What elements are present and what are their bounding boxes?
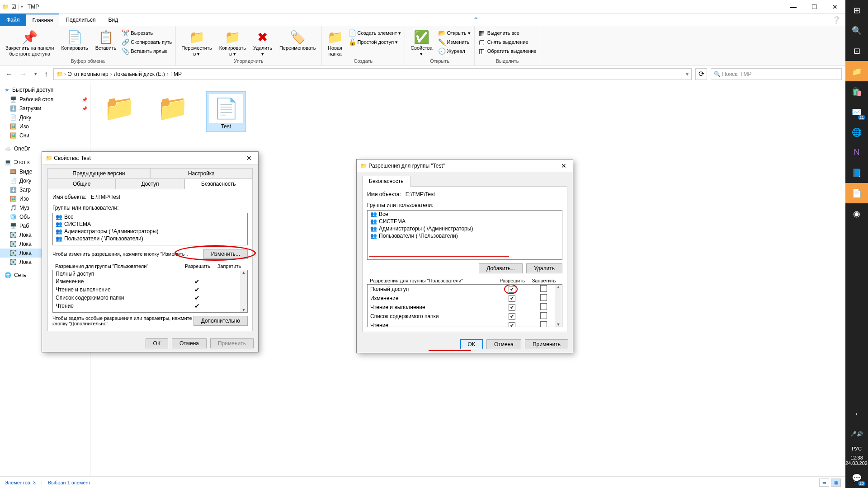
tray-expand-icon[interactable]: ‹: [845, 404, 868, 424]
ok-button[interactable]: ОК: [460, 339, 483, 349]
folder-item-2[interactable]: 📁: [153, 91, 193, 131]
ok-button[interactable]: ОК: [146, 338, 168, 348]
taskbar-edge[interactable]: 🌐: [845, 122, 868, 142]
apply-button[interactable]: Применить: [210, 338, 254, 348]
tab-security[interactable]: Безопасность: [362, 176, 410, 187]
groups-list[interactable]: 👥Все 👥СИСТЕМА 👥Администраторы ( \Админис…: [52, 213, 248, 245]
qat-drop[interactable]: ▾: [21, 4, 23, 9]
apply-button[interactable]: Применить: [525, 339, 568, 349]
ribbon-collapse-icon[interactable]: ⌃: [473, 14, 479, 26]
deny-checkbox[interactable]: [540, 321, 547, 327]
taskbar-steam[interactable]: ◉: [845, 203, 868, 224]
tab-sharing[interactable]: Доступ: [116, 178, 184, 189]
allow-checkbox[interactable]: ✔: [509, 304, 515, 311]
add-button[interactable]: Добавить...: [479, 263, 523, 273]
breadcrumb-bar[interactable]: 📁 › Этот компьютер› Локальный диск (E:)›…: [53, 68, 692, 80]
view-icons[interactable]: ▦: [831, 479, 841, 487]
properties-button[interactable]: ✅Свойства ▾: [409, 29, 434, 58]
deny-checkbox[interactable]: [540, 294, 547, 301]
tray-icons[interactable]: 🎤🔊: [845, 424, 868, 444]
folder-item-1[interactable]: 📁: [99, 91, 139, 131]
sidebar-item-downloads[interactable]: ⬇️Загрузки📌: [0, 104, 90, 113]
taskbar-doc[interactable]: 📄: [845, 183, 868, 203]
search-input[interactable]: 🔍 Поиск: TMP: [711, 68, 842, 80]
help-icon[interactable]: ❔: [832, 14, 841, 26]
taskbar-onenote[interactable]: N: [845, 142, 868, 163]
tab-customize[interactable]: Настройка: [150, 168, 253, 179]
taskbar-mail[interactable]: ✉️21: [845, 102, 868, 122]
sidebar-item-documents[interactable]: 📄Доку: [0, 113, 90, 122]
delete-button[interactable]: ✖Удалить ▾: [251, 29, 274, 58]
close-button[interactable]: ✕: [825, 0, 845, 14]
folder-item-test[interactable]: 📄Test: [206, 91, 246, 132]
paste-shortcut-button[interactable]: 📎Вставить ярлык: [122, 47, 172, 55]
edit-permissions-button[interactable]: Изменить...: [203, 249, 248, 259]
start-button[interactable]: ⊞: [845, 0, 868, 20]
taskbar-store[interactable]: 🛍️: [845, 81, 868, 102]
quickaccess-header[interactable]: ★Быстрый доступ: [0, 85, 90, 95]
selectall-button[interactable]: ▦Выделить все: [478, 29, 537, 37]
open-button[interactable]: 📂Открыть ▾: [438, 29, 471, 37]
advanced-button[interactable]: Дополнительно: [193, 316, 248, 326]
allow-checkbox[interactable]: ✔: [509, 322, 515, 328]
invertsel-button[interactable]: ◫Обратить выделение: [478, 47, 537, 55]
crumb-dropdown-icon[interactable]: ▾: [686, 71, 689, 77]
copy-button[interactable]: 📄Копировать: [59, 29, 90, 52]
history-button[interactable]: 🕘Журнал: [438, 47, 471, 55]
newfolder-button[interactable]: 📁Новая папка: [326, 29, 345, 58]
cancel-button[interactable]: Отмена: [172, 338, 207, 348]
dialog-titlebar[interactable]: 📁 Разрешения для группы "Test" ✕: [357, 160, 573, 172]
notifications-icon[interactable]: 💬20: [845, 468, 868, 488]
crumb-0[interactable]: Этот компьютер: [67, 71, 109, 77]
paste-button[interactable]: 📋Вставить: [94, 29, 118, 52]
edit-button[interactable]: ✏️Изменить: [438, 38, 471, 46]
allow-checkbox[interactable]: ✔: [509, 313, 515, 320]
selectnone-button[interactable]: ▢Снять выделение: [478, 38, 537, 46]
tab-general[interactable]: Общие: [47, 178, 116, 189]
qat-check[interactable]: ☑: [11, 4, 16, 10]
sidebar-item-pictures[interactable]: 🖼️Изо: [0, 122, 90, 131]
taskview-icon[interactable]: ⊡: [845, 41, 868, 61]
tab-view[interactable]: Вид: [102, 14, 124, 26]
dialog-titlebar[interactable]: 📁 Свойства: Test ✕: [42, 152, 258, 164]
tab-share[interactable]: Поделиться: [59, 14, 102, 26]
forward-button[interactable]: →: [18, 69, 29, 79]
deny-checkbox[interactable]: [540, 303, 547, 310]
sidebar-item-desktop[interactable]: 🖥️Рабочий стол📌: [0, 95, 90, 104]
copypath-button[interactable]: 🔗Скопировать путь: [122, 38, 172, 46]
back-button[interactable]: ←: [4, 69, 14, 79]
clock[interactable]: 12:38 24.03.2021: [845, 453, 868, 468]
copyto-button[interactable]: 📁Копировать в ▾: [217, 29, 248, 58]
language-indicator[interactable]: РУС: [845, 444, 868, 453]
close-button[interactable]: ✕: [244, 155, 255, 162]
tab-home[interactable]: Главная: [26, 14, 60, 26]
rename-button[interactable]: 🏷️Переименовать: [278, 29, 318, 52]
moveto-button[interactable]: 📁Переместить в ▾: [179, 29, 213, 58]
taskbar-app1[interactable]: 📘: [845, 163, 868, 183]
tab-security[interactable]: Безопасность: [184, 178, 253, 189]
cut-button[interactable]: ✂️Вырезать: [122, 29, 172, 37]
recent-button[interactable]: ▾: [33, 70, 39, 78]
easyaccess-button[interactable]: 🔓Простой доступ ▾: [349, 38, 401, 46]
allow-checkbox[interactable]: ✔: [509, 295, 515, 302]
newitem-button[interactable]: 📄Создать элемент ▾: [349, 29, 401, 37]
taskbar-explorer[interactable]: 📁: [845, 61, 868, 81]
groups-list[interactable]: 👥Все 👥СИСТЕМА 👥Администраторы ( \Админис…: [367, 210, 562, 260]
up-button[interactable]: ↑: [42, 69, 50, 79]
crumb-1[interactable]: Локальный диск (E:): [113, 71, 166, 77]
crumb-2[interactable]: TMP: [170, 71, 183, 77]
maximize-button[interactable]: ☐: [804, 0, 825, 14]
close-button[interactable]: ✕: [558, 162, 569, 169]
allow-checkbox[interactable]: ✔: [509, 286, 515, 293]
search-icon[interactable]: 🔍: [845, 20, 868, 41]
pin-quickaccess-button[interactable]: 📌Закрепить на панели быстрого доступа: [4, 29, 56, 58]
deny-checkbox[interactable]: [540, 312, 547, 319]
cancel-button[interactable]: Отмена: [486, 339, 521, 349]
remove-button[interactable]: Удалить: [526, 263, 562, 273]
sidebar-item-snips[interactable]: 🖼️Сни: [0, 131, 90, 140]
deny-checkbox[interactable]: [540, 285, 547, 292]
titlebar[interactable]: 📁 ☑ | ▾ TMP — ☐ ✕: [0, 0, 845, 14]
minimize-button[interactable]: —: [783, 0, 804, 14]
tab-prevversions[interactable]: Предыдущие версии: [47, 168, 150, 179]
tab-file[interactable]: Файл: [0, 14, 26, 26]
